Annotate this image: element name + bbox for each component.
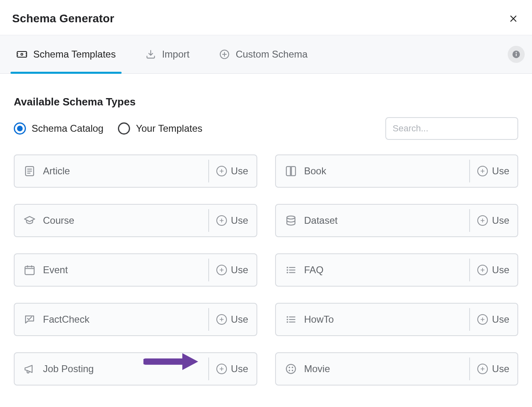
use-button[interactable]: Use [216,165,256,177]
use-button-label: Use [231,165,248,177]
use-button[interactable]: Use [477,215,517,226]
plus-icon [477,215,488,226]
use-button[interactable]: Use [216,363,256,375]
plus-icon [216,314,227,325]
card-title: Book [304,165,327,177]
schema-card-faq[interactable]: FAQUse [275,253,519,287]
use-button-label: Use [492,165,509,177]
factcheck-icon [24,313,36,326]
card-title: Event [43,264,68,276]
use-button[interactable]: Use [477,314,517,325]
content-area: Available Schema Types Schema Catalog Yo… [0,74,532,402]
card-actions: Use [469,304,517,335]
card-left: Dataset [285,214,338,227]
tab-import[interactable]: Import [139,35,195,73]
divider [208,358,209,380]
plus-icon [216,166,227,176]
jobposting-icon [24,363,36,375]
plus-icon [216,265,227,275]
card-title: Course [43,215,74,226]
movie-icon [285,363,297,375]
schema-card-event[interactable]: EventUse [14,253,257,287]
card-left: Job Posting [24,363,94,375]
download-icon [145,49,156,60]
divider [208,308,209,331]
card-left: FAQ [285,264,324,276]
card-title: Article [43,165,70,177]
ticket-icon [16,49,28,60]
radio-dot-icon [118,122,130,135]
use-button-label: Use [231,314,248,325]
use-button[interactable]: Use [216,215,256,226]
schema-card-article[interactable]: ArticleUse [14,154,257,188]
radio-schema-catalog[interactable]: Schema Catalog [14,122,103,135]
article-icon [24,165,36,177]
plus-icon [477,314,488,325]
tabs: Schema Templates Import Custom Schema [11,35,313,73]
schema-card-job-posting[interactable]: Job PostingUse [14,352,257,386]
divider [208,160,209,182]
divider [469,358,470,380]
card-actions: Use [208,155,256,187]
plus-icon [216,215,227,226]
use-button[interactable]: Use [477,264,517,276]
card-title: Dataset [304,215,338,226]
plus-icon [477,265,488,275]
use-button[interactable]: Use [477,363,517,375]
use-button-label: Use [231,363,248,375]
card-actions: Use [208,304,256,335]
course-icon [24,214,36,227]
use-button-label: Use [492,363,509,375]
use-button[interactable]: Use [216,314,256,325]
card-left: Movie [285,363,330,375]
divider [208,259,209,281]
tab-import-label: Import [162,49,190,60]
help-info-button[interactable] [508,46,525,63]
filters-row: Schema Catalog Your Templates [14,117,518,140]
schema-card-book[interactable]: BookUse [275,154,519,188]
radio-dot-icon [14,122,26,135]
section-title: Available Schema Types [14,96,518,108]
search-input[interactable] [385,117,518,140]
event-icon [24,264,36,276]
schema-grid: ArticleUseBookUseCourseUseDatasetUseEven… [14,154,518,386]
radio-schema-catalog-label: Schema Catalog [32,123,103,134]
annotation-arrow-icon [143,351,200,374]
use-button[interactable]: Use [216,264,256,276]
use-button-label: Use [231,215,248,226]
use-button-label: Use [231,264,248,276]
use-button-label: Use [492,215,509,226]
card-left: Course [24,214,74,227]
schema-card-factcheck[interactable]: FactCheckUse [14,303,257,336]
schema-card-movie[interactable]: MovieUse [275,352,519,386]
schema-card-howto[interactable]: HowToUse [275,303,519,336]
divider [469,308,470,331]
tab-schema-templates[interactable]: Schema Templates [11,35,122,73]
dataset-icon [285,214,297,227]
book-icon [285,165,297,177]
card-left: Article [24,165,70,177]
tab-schema-templates-label: Schema Templates [33,49,116,60]
use-button[interactable]: Use [477,165,517,177]
circle-plus-icon [219,49,230,60]
use-button-label: Use [492,264,509,276]
card-actions: Use [208,254,256,286]
divider [469,209,470,232]
card-actions: Use [469,205,517,236]
plus-icon [477,364,488,374]
dialog-header: Schema Generator [0,0,532,35]
card-title: FAQ [304,264,324,276]
schema-card-dataset[interactable]: DatasetUse [275,204,519,237]
card-actions: Use [469,155,517,187]
info-icon [512,50,521,59]
radio-your-templates[interactable]: Your Templates [118,122,202,135]
plus-icon [216,364,227,374]
card-title: HowTo [304,314,334,325]
use-button-label: Use [492,314,509,325]
schema-card-course[interactable]: CourseUse [14,204,257,237]
close-button[interactable] [506,11,521,26]
divider [469,259,470,281]
card-left: HowTo [285,313,334,326]
tab-custom-schema[interactable]: Custom Schema [213,35,313,73]
tab-custom-schema-label: Custom Schema [236,49,308,60]
